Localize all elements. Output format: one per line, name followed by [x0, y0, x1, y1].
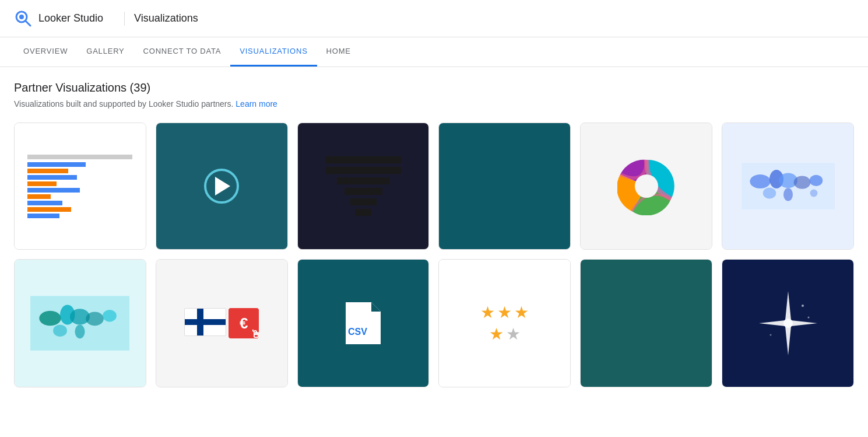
- card-customer-reviews[interactable]: ★ ★ ★ ★ ★ Customer Reviews By Baguette E…: [438, 259, 571, 387]
- svg-text:CSV: CSV: [348, 327, 367, 337]
- star-2-icon: ★: [497, 303, 512, 322]
- play-button-icon: [204, 169, 239, 204]
- card-country-currency[interactable]: € 🖱 Country/Currency Selector By Superme…: [156, 259, 288, 387]
- main-nav: OVERVIEW GALLERY CONNECT TO DATA VISUALI…: [0, 37, 868, 67]
- card-info: Data Studio Vega Viz By Jerry Chen A Dat…: [722, 387, 853, 387]
- svg-point-18: [86, 312, 104, 326]
- svg-point-21: [75, 325, 85, 339]
- euro-badge-icon: € 🖱: [229, 308, 259, 338]
- chord-svg: [617, 157, 676, 215]
- card-vega[interactable]: Data Studio Vega Viz By Jerry Chen A Dat…: [722, 259, 854, 387]
- card-animated-bar[interactable]: Animated bar chart By Analytics Buddy Vi…: [14, 123, 146, 250]
- thumb-animated-bar: [15, 123, 146, 249]
- funnel-bar-5: [350, 198, 377, 205]
- card-funnel[interactable]: Ayima Funnel Chart By Ayima Funnel chart…: [297, 123, 430, 250]
- thumb-funnel: [298, 123, 429, 249]
- card-info: Cards View By Romain Vialard Organize yo…: [439, 249, 570, 250]
- svg-point-11: [762, 187, 775, 198]
- thumb-choropleth: [722, 123, 853, 249]
- thumb-customer-reviews: ★ ★ ★ ★ ★: [439, 260, 570, 387]
- play-triangle-icon: [215, 177, 230, 195]
- svg-point-27: [769, 334, 771, 336]
- svg-line-2: [26, 21, 30, 26]
- svg-point-20: [54, 325, 68, 337]
- vega-compass-icon: [753, 288, 823, 358]
- funnel-bar-4: [345, 188, 382, 195]
- viz-grid-row1: Animated bar chart By Analytics Buddy Vi…: [14, 123, 854, 250]
- card-info: Customer Reviews By Baguette Engineering…: [439, 387, 570, 387]
- finland-flag-icon: [184, 308, 226, 336]
- bar-chart-preview: [27, 155, 132, 218]
- world-map-lite-icon: [30, 291, 129, 355]
- thumb-customtable: [581, 260, 712, 387]
- svg-point-1: [19, 15, 24, 19]
- thumb-choropleth-lite: [15, 260, 146, 387]
- card-info: Animated bar chart By Analytics Buddy Vi…: [15, 249, 146, 250]
- nav-connect[interactable]: CONNECT TO DATA: [134, 37, 231, 67]
- card-choropleth[interactable]: Choropleth Map By Data Science Campus Ch…: [722, 123, 854, 250]
- viz-grid-row2: Choropleth Map (lite) By Data Science Ca…: [14, 259, 854, 387]
- card-info: Chord Diagram – Email Inte… By Email Met…: [581, 249, 712, 250]
- header-divider: [124, 12, 125, 26]
- card-cards-view[interactable]: Cards View By Romain Vialard Organize yo…: [438, 123, 571, 250]
- thumb-autoplay: [156, 123, 287, 249]
- thumb-chord: [581, 123, 712, 249]
- cursor-pointer-icon: 🖱: [251, 328, 261, 341]
- section-title: Partner Visualizations (39): [14, 81, 854, 95]
- app-header: Looker Studio Visualizations: [0, 0, 868, 37]
- star-4-icon: ★: [489, 324, 504, 344]
- card-chord[interactable]: Chord Diagram – Email Inte… By Email Met…: [580, 123, 712, 250]
- thumb-vega: [722, 260, 853, 387]
- learn-more-link[interactable]: Learn more: [236, 99, 277, 109]
- funnel-bar-2: [325, 167, 401, 174]
- star-1-icon: ★: [480, 303, 495, 322]
- svg-point-4: [635, 174, 658, 198]
- csv-file-icon: CSV: [346, 302, 381, 344]
- app-name: Looker Studio: [38, 12, 103, 25]
- card-info: Ayima Funnel Chart By Ayima Funnel chart…: [298, 249, 429, 250]
- section-subtitle: Visualizations built and supported by Lo…: [14, 99, 854, 109]
- card-autoplay[interactable]: Auto Play By Romain Vialard Filter your …: [156, 123, 288, 250]
- svg-point-9: [793, 176, 810, 188]
- svg-point-25: [802, 305, 804, 307]
- country-combo-preview: € 🖱: [184, 308, 259, 338]
- thumb-cards-view: [439, 123, 570, 249]
- svg-point-19: [103, 310, 117, 321]
- main-content: Partner Visualizations (39) Visualizatio…: [0, 67, 868, 411]
- card-info: Choropleth Map By Data Science Campus Ch…: [722, 249, 853, 250]
- world-map-icon: [742, 163, 835, 209]
- funnel-bar-3: [337, 177, 389, 184]
- thumb-csv: CSV: [298, 260, 429, 387]
- nav-home[interactable]: HOME: [317, 37, 360, 67]
- svg-point-6: [750, 174, 770, 188]
- svg-point-15: [40, 311, 61, 326]
- svg-point-24: [783, 319, 793, 328]
- card-csv[interactable]: CSV CSV Filter Control By Romain Vialard…: [297, 259, 430, 387]
- svg-point-12: [783, 188, 793, 201]
- funnel-bar-1: [325, 156, 401, 163]
- stars-preview: ★ ★ ★ ★ ★: [479, 303, 531, 344]
- nav-visualizations[interactable]: VISUALIZATIONS: [230, 37, 317, 67]
- card-info: Country/Currency Selector By Supermetric…: [156, 387, 287, 387]
- card-info: CustomTable By Thomas Langnau Table Viz …: [581, 387, 712, 387]
- funnel-bar-6: [355, 209, 371, 216]
- logo-area: Looker Studio: [14, 9, 103, 28]
- card-customtable[interactable]: CustomTable By Thomas Langnau Table Viz …: [580, 259, 712, 387]
- card-info: CSV Filter Control By Romain Vialard A f…: [298, 387, 429, 387]
- svg-point-10: [809, 175, 822, 186]
- card-info: Choropleth Map (lite) By Data Science Ca…: [15, 387, 146, 387]
- card-info: Auto Play By Romain Vialard Filter your …: [156, 249, 287, 250]
- star-5-icon: ★: [506, 324, 521, 344]
- card-choropleth-lite[interactable]: Choropleth Map (lite) By Data Science Ca…: [14, 259, 146, 387]
- nav-overview[interactable]: OVERVIEW: [14, 37, 77, 67]
- star-3-icon: ★: [514, 303, 529, 322]
- subtitle-text: Visualizations built and supported by Lo…: [14, 99, 233, 109]
- svg-point-13: [810, 190, 817, 197]
- nav-gallery[interactable]: GALLERY: [77, 37, 133, 67]
- page-title: Visualizations: [134, 12, 198, 25]
- looker-logo-icon: [14, 9, 33, 28]
- thumb-country-currency: € 🖱: [156, 260, 287, 387]
- svg-point-26: [807, 317, 809, 319]
